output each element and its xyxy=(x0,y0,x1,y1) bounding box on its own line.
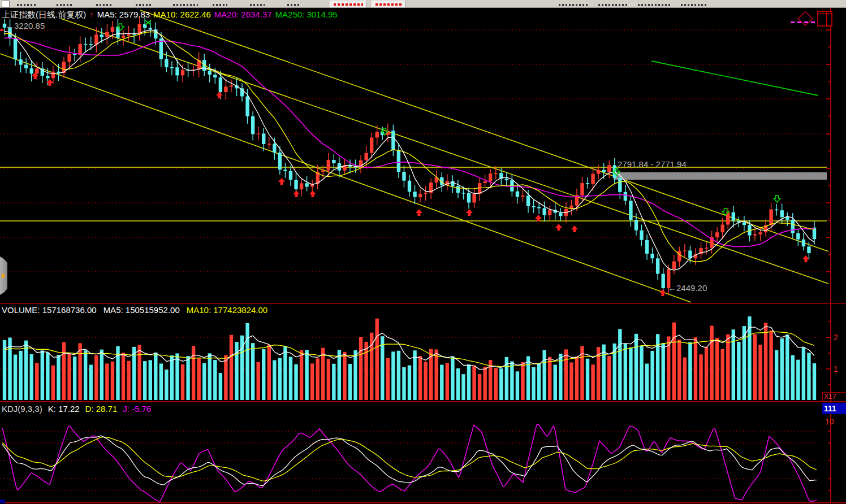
ma250-line xyxy=(651,61,818,95)
volume-pane-header: VOLUME: 157168736.00MA5: 150515952.00MA1… xyxy=(2,305,267,315)
ma250-legend: MA250: 3014.95 xyxy=(275,10,338,19)
volume-ma5-line xyxy=(5,327,814,370)
gridlines xyxy=(0,30,825,490)
menubar-right-text xyxy=(598,4,628,6)
price-pane-header: 上证指数(日线.前复权)↑MA5: 2579.83MA10: 2622.46MA… xyxy=(2,10,341,20)
kdj-j-value: J: -5.76 xyxy=(123,404,151,414)
menubar-item[interactable] xyxy=(213,4,227,6)
ma5-legend: MA5: 2579.83 xyxy=(97,10,150,19)
volume-axis-tick-1: 1 xyxy=(834,364,838,373)
menubar-item[interactable] xyxy=(136,4,152,6)
kdj-axis-top-value: 111 xyxy=(822,403,846,414)
menubar-item[interactable] xyxy=(250,4,265,6)
pane-separators xyxy=(0,303,846,503)
volume-value: VOLUME: 157168736.00 xyxy=(2,305,97,315)
topright-icons[interactable] xyxy=(791,11,832,26)
volume-ma5: MA5: 150515952.00 xyxy=(103,305,180,315)
stock-chart-app: 上证指数(日线.前复权)↑MA5: 2579.83MA10: 2622.46MA… xyxy=(0,0,846,504)
menubar-item[interactable] xyxy=(96,4,113,6)
menubar-right-text xyxy=(681,4,708,6)
volume-ma10: MA10: 177423824.00 xyxy=(187,305,267,315)
candlesticks xyxy=(3,16,816,294)
up-arrow-icon: ↑ xyxy=(89,10,94,19)
kdj-pane-header: KDJ(9,3,3)K: 17.22D: 28.71J: -5.76 xyxy=(2,404,151,414)
ma10-legend: MA10: 2622.46 xyxy=(153,10,211,19)
kdj-k-value: K: 17.22 xyxy=(48,404,80,414)
kdj-d-line xyxy=(2,437,817,481)
high-price-label: ←3220.85 xyxy=(6,21,45,31)
kdj-name: KDJ(9,3,3) xyxy=(2,404,42,414)
expand-arrow-icon xyxy=(2,273,6,279)
ma5-line xyxy=(5,30,814,270)
magenta-dash-marker xyxy=(804,21,808,23)
menubar-item[interactable] xyxy=(17,4,36,6)
menubar-item[interactable] xyxy=(173,4,198,6)
volume-multiplier-box: X17 xyxy=(822,392,846,402)
magenta-dash-marker xyxy=(797,21,801,23)
gap-box xyxy=(614,172,827,180)
magenta-dash-marker xyxy=(791,21,795,23)
chart-canvas[interactable] xyxy=(0,0,846,504)
diamond-icon xyxy=(798,12,813,25)
menubar-item[interactable] xyxy=(57,4,74,6)
app-icon xyxy=(2,1,10,7)
menubar-red-button[interactable] xyxy=(372,1,405,8)
sidebar-expand-tab[interactable] xyxy=(0,257,7,295)
volume-axis-tick-2: 2 xyxy=(834,333,838,342)
window-corner-fragment xyxy=(0,499,5,503)
menubar-red-button[interactable] xyxy=(330,1,367,8)
menubar[interactable] xyxy=(0,0,846,8)
gap-range-label: 2791.84 - 2771.94 xyxy=(618,159,687,169)
magenta-dash-marker xyxy=(811,21,815,23)
menubar-right-text xyxy=(559,4,589,6)
ma20-legend: MA20: 2634.37 xyxy=(214,10,272,19)
kdj-j-line xyxy=(2,424,817,501)
menubar-item[interactable] xyxy=(287,4,301,6)
menubar-right-text xyxy=(638,4,671,6)
kdj-d-value: D: 28.71 xyxy=(85,404,118,414)
kdj-axis-tick: 10 xyxy=(825,417,834,426)
right-axis xyxy=(826,8,831,503)
symbol-title: 上证指数(日线.前复权) xyxy=(2,10,86,19)
low-price-label: ←2449.20 xyxy=(668,283,707,293)
ma10-line xyxy=(5,32,814,262)
signal-arrows xyxy=(0,20,809,296)
